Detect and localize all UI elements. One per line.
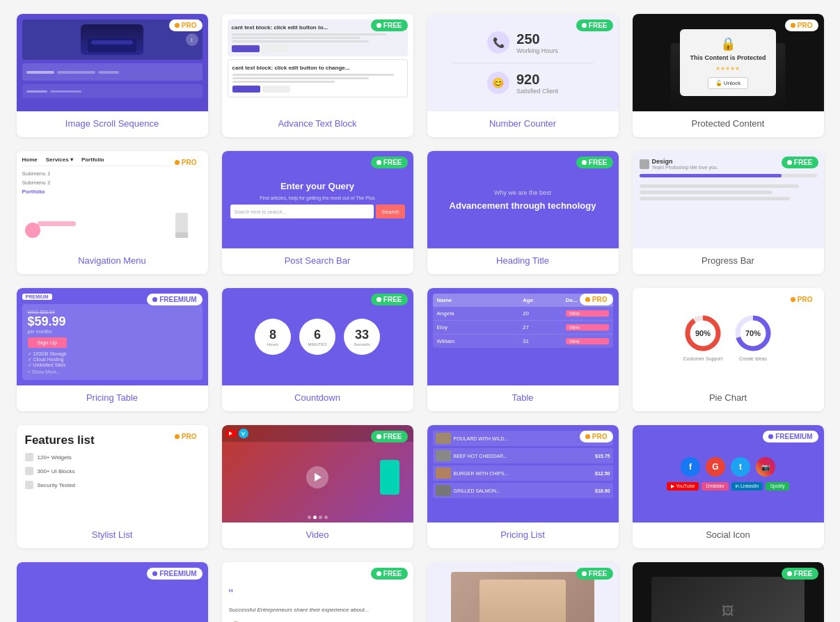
card-table[interactable]: Name Age De... Angela 20 View Eloy 27 Vi… xyxy=(427,288,619,411)
badge-pro: PRO xyxy=(580,431,613,442)
pricing-badge-premium: PREMIUM xyxy=(22,294,52,300)
pricing-per: per months xyxy=(28,329,197,334)
card-post-search-bar[interactable]: Enter your Query Find articles, help for… xyxy=(222,151,413,274)
counter-label-1: Working Hours xyxy=(516,47,557,54)
badge-free: FREE xyxy=(371,19,408,31)
badge-free: FREE xyxy=(782,157,818,168)
badge-pro: PRO xyxy=(785,19,818,31)
card-image-scroll-sequence[interactable]: ↕ PRO Image Scroll Sequence xyxy=(17,14,208,137)
badge-free: FREE xyxy=(371,431,408,442)
card-pie-chart[interactable]: 90% Customer Support 70% Create Ideas xyxy=(633,288,824,411)
card-label: Protected Content xyxy=(633,111,824,137)
badge-freemium: FREEMIUM xyxy=(147,294,202,305)
card-label: Image Scroll Sequence xyxy=(17,111,208,137)
card-label: Video xyxy=(222,523,413,548)
pricing-price: $59.99 xyxy=(28,314,197,329)
pricing-signup-button[interactable]: Sign Up xyxy=(28,337,67,348)
card-team[interactable]: FREE Team xyxy=(427,562,619,622)
badge-free: FREE xyxy=(576,568,613,580)
card-label: Pricing Table xyxy=(17,385,208,411)
card-social-icon[interactable]: f G t 📷 ▶ YouTube Dribbble in LinkedIn S… xyxy=(633,425,824,548)
card-stylist-list[interactable]: Features list 120+ Widgets 300+ UI Block… xyxy=(17,425,208,548)
countdown-minutes: 6 xyxy=(314,328,321,342)
counter-num-2: 920 xyxy=(516,72,558,88)
card-label: Number Counter xyxy=(427,111,619,137)
card-label: Navigation Menu xyxy=(17,248,208,274)
card-heading-title[interactable]: Why we are the best Advancement through … xyxy=(427,151,619,274)
protected-title: This Content is Protected xyxy=(690,54,766,63)
card-progress-bar[interactable]: Design Yeah! Photoshop We love you. 80% … xyxy=(633,151,824,274)
countdown-seconds: 33 xyxy=(355,328,369,342)
badge-pro: PRO xyxy=(785,294,818,305)
card-advance-text-block[interactable]: cant text block: click edit button to...… xyxy=(222,14,413,137)
badge-free: FREE xyxy=(576,157,613,168)
card-label: Countdown xyxy=(222,385,413,411)
card-label: Stylist List xyxy=(17,523,208,548)
card-label: Post Search Bar xyxy=(222,248,413,274)
widget-grid: ↕ PRO Image Scroll Sequence xyxy=(17,14,824,622)
badge-freemium: FREEMIUM xyxy=(147,568,202,580)
pricing-was: WAS $59.99 xyxy=(28,310,197,314)
badge-free: FREE xyxy=(371,157,408,168)
card-number-counter[interactable]: 📞 250 Working Hours 😊 920 Satisfied Clie… xyxy=(427,14,619,137)
badge-pro: PRO xyxy=(169,19,203,31)
card-pricing-list[interactable]: POULARD WITH WILD... $20.11 BEEF HOT CHE… xyxy=(427,425,619,548)
card-video[interactable]: V FREE xyxy=(222,425,413,548)
card-testimonial[interactable]: " Successful Entrepreneurs share their e… xyxy=(222,562,413,622)
heading-main: Advancement through technology xyxy=(450,200,596,211)
card-protected-content[interactable]: 🔒 This Content is Protected ★★★★★ 🔓 Unlo… xyxy=(633,14,824,137)
counter-label-2: Satisfied Client xyxy=(516,88,558,95)
badge-free: FREE xyxy=(576,19,613,31)
card-label: Pricing List xyxy=(427,523,619,548)
card-label: Advance Text Block xyxy=(222,111,413,137)
badge-pro: PRO xyxy=(580,294,613,305)
card-countdown[interactable]: 8 Hours 6 MINUTES 33 Seconds FREE Countd… xyxy=(222,288,413,411)
card-label: Table xyxy=(427,385,619,411)
card-label: Pie Chart xyxy=(633,385,824,411)
search-subtitle: Find articles, help for getting the most… xyxy=(260,196,375,200)
badge-pro: PRO xyxy=(169,157,203,168)
search-button[interactable]: Search xyxy=(376,205,404,218)
badge-freemium: FREEMIUM xyxy=(763,431,818,442)
search-title: Enter your Query xyxy=(280,181,354,191)
card-label: Social Icon xyxy=(633,523,824,548)
card-navigation-menu[interactable]: Home Services ▾ Portfolio Submenu 1 Subm… xyxy=(17,151,208,274)
card-label: Heading Title xyxy=(427,248,619,274)
counter-num-1: 250 xyxy=(516,31,557,47)
card-label: Progress Bar xyxy=(633,248,824,274)
badge-free: FREE xyxy=(371,294,408,305)
card-notify-me[interactable]: 🔔NOTIFY ME FREEMIUM Notify Me xyxy=(17,562,208,622)
unlock-button[interactable]: 🔓 Unlock xyxy=(708,77,749,89)
card-gallery[interactable]: 🖼 FREE Gallery xyxy=(633,562,824,622)
heading-subtitle: Why we are the best xyxy=(450,189,596,196)
countdown-hours: 8 xyxy=(269,328,276,342)
badge-pro: PRO xyxy=(169,431,203,442)
badge-free: FREE xyxy=(782,568,818,580)
badge-free: FREE xyxy=(371,568,408,580)
card-pricing-table[interactable]: PREMIUM WAS $59.99 $59.99 per months Sig… xyxy=(17,288,208,411)
